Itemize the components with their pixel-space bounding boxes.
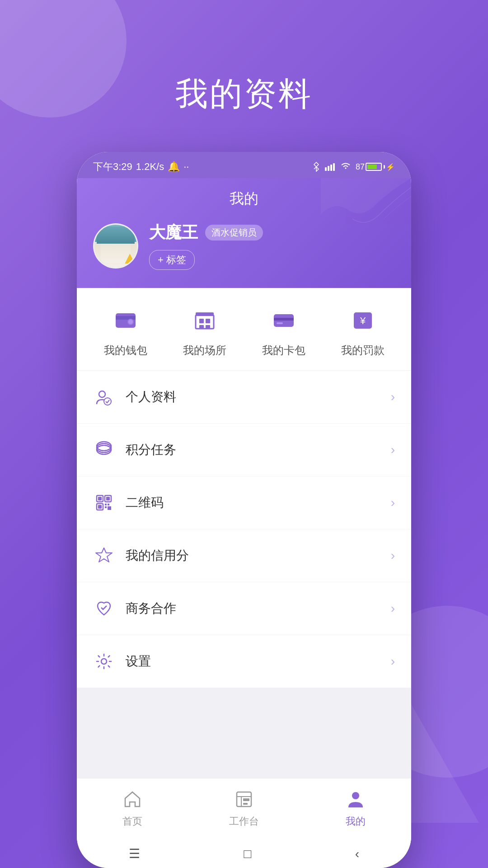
svg-rect-13 [206, 325, 210, 329]
status-speed: 1.2K/s [136, 161, 164, 173]
profile-header: 我的 大魔王 酒水促销员 + 标签 [77, 178, 411, 288]
fine-label: 我的罚款 [341, 343, 385, 358]
menu-list: 个人资料 › 积分任务 › [77, 371, 411, 688]
tag-button-label: + 标签 [158, 253, 186, 267]
svg-text:¥: ¥ [359, 315, 366, 326]
quick-item-venue[interactable]: 我的场所 [183, 304, 226, 358]
menu-points-arrow: › [391, 443, 395, 457]
status-dots: ·· [183, 161, 189, 173]
menu-profile-label: 个人资料 [126, 388, 380, 406]
menu-points-label: 积分任务 [126, 441, 380, 458]
svg-rect-11 [206, 319, 210, 323]
svg-rect-31 [108, 504, 109, 505]
qrcode-icon [93, 492, 115, 514]
menu-credit-label: 我的信用分 [126, 547, 380, 564]
workbench-nav-icon [232, 788, 256, 811]
quick-item-fine[interactable]: ¥ 我的罚款 [341, 304, 385, 358]
wifi-icon [340, 163, 351, 171]
role-badge: 酒水促销员 [205, 225, 263, 241]
svg-rect-16 [277, 322, 283, 324]
svg-point-41 [352, 792, 359, 799]
card-icon [267, 304, 300, 337]
fine-icon: ¥ [347, 304, 379, 337]
venue-icon [188, 304, 221, 337]
svg-rect-33 [108, 506, 111, 510]
svg-rect-39 [243, 798, 249, 801]
signal-icon [325, 163, 336, 171]
svg-rect-12 [199, 325, 204, 329]
wallet-label: 我的钱包 [104, 343, 147, 358]
svg-rect-25 [98, 497, 102, 500]
svg-rect-29 [98, 505, 102, 509]
quick-item-wallet[interactable]: 我的钱包 [104, 304, 147, 358]
svg-rect-1 [328, 166, 329, 171]
charging-icon: ⚡ [386, 163, 395, 171]
bluetooth-icon [312, 162, 320, 172]
status-bar-left: 下午3:29 1.2K/s 🔔 ·· [93, 160, 189, 174]
menu-business-label: 商务合作 [126, 600, 380, 617]
wallet-icon [109, 304, 142, 337]
android-home-button[interactable]: □ [235, 843, 260, 865]
svg-point-7 [128, 320, 133, 324]
home-nav-label: 首页 [122, 815, 142, 828]
android-nav-bar: ☰ □ ‹ [77, 835, 411, 868]
svg-point-35 [101, 659, 107, 664]
menu-credit-arrow: › [391, 548, 395, 563]
menu-item-profile[interactable]: 个人资料 › [77, 371, 411, 424]
nav-item-workbench[interactable]: 工作台 [212, 788, 276, 828]
nav-item-mine[interactable]: 我的 [324, 788, 387, 828]
menu-item-qrcode[interactable]: 二维码 › [77, 476, 411, 529]
menu-settings-arrow: › [391, 654, 395, 669]
svg-marker-34 [96, 548, 112, 562]
bg-decoration-circle-top [0, 0, 127, 118]
menu-item-credit[interactable]: 我的信用分 › [77, 529, 411, 582]
home-nav-icon [121, 788, 144, 811]
username-text: 大魔王 [149, 222, 198, 244]
venue-label: 我的场所 [183, 343, 226, 358]
menu-business-arrow: › [391, 601, 395, 616]
quick-item-card[interactable]: 我的卡包 [262, 304, 305, 358]
menu-qrcode-label: 二维码 [126, 494, 380, 511]
svg-point-20 [104, 398, 111, 405]
avatar [93, 223, 138, 269]
menu-qrcode-arrow: › [391, 495, 395, 510]
credit-icon [93, 545, 115, 566]
svg-point-19 [99, 391, 105, 397]
business-icon [93, 598, 115, 619]
menu-item-settings[interactable]: 设置 › [77, 635, 411, 688]
status-time: 下午3:29 [93, 160, 132, 174]
svg-rect-2 [330, 165, 332, 171]
nav-item-home[interactable]: 首页 [101, 788, 164, 828]
android-back-button[interactable]: ‹ [346, 843, 368, 865]
svg-rect-5 [116, 316, 136, 320]
workbench-nav-label: 工作台 [229, 815, 259, 828]
profile-icon [93, 386, 115, 408]
phone-mockup: 下午3:29 1.2K/s 🔔 ·· [77, 152, 411, 868]
menu-item-points[interactable]: 积分任务 › [77, 424, 411, 476]
svg-rect-40 [243, 803, 248, 805]
settings-icon [93, 651, 115, 672]
svg-rect-27 [106, 497, 110, 500]
svg-rect-3 [333, 163, 335, 171]
battery-icon: 87 ⚡ [356, 162, 395, 172]
svg-rect-9 [196, 312, 214, 316]
svg-rect-8 [196, 315, 214, 329]
svg-rect-30 [105, 504, 107, 505]
card-label: 我的卡包 [262, 343, 305, 358]
svg-rect-0 [325, 167, 327, 171]
menu-settings-label: 设置 [126, 653, 380, 670]
bottom-nav: 首页 工作台 我的 [77, 778, 411, 835]
points-icon [93, 439, 115, 461]
battery-percent: 87 [356, 162, 365, 172]
svg-rect-10 [199, 319, 204, 323]
tag-button[interactable]: + 标签 [149, 250, 195, 270]
status-bar-right: 87 ⚡ [312, 162, 395, 172]
page-title: 我的资料 [175, 72, 313, 116]
svg-rect-15 [274, 318, 294, 321]
menu-item-business[interactable]: 商务合作 › [77, 582, 411, 635]
android-menu-button[interactable]: ☰ [120, 843, 149, 865]
menu-profile-arrow: › [391, 390, 395, 404]
content-area [77, 688, 411, 778]
svg-rect-32 [105, 506, 107, 508]
mine-nav-icon [344, 788, 367, 811]
